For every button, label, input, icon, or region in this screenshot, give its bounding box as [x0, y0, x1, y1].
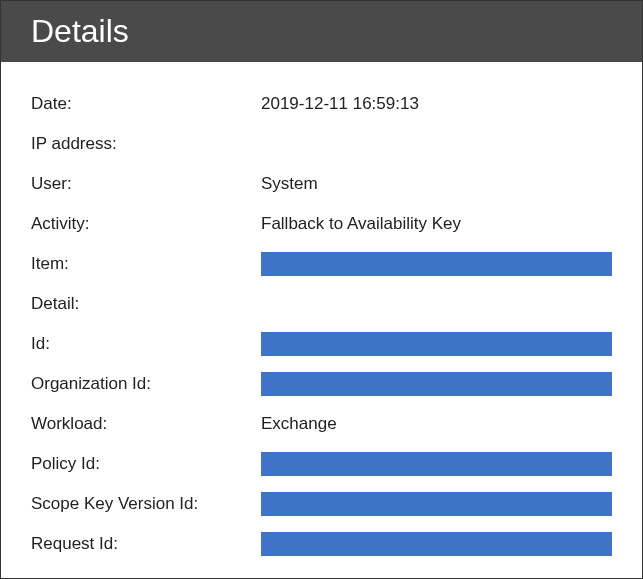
label-user: User: — [31, 174, 261, 194]
value-scope-key-redacted — [261, 492, 612, 516]
dialog-title: Details — [31, 13, 129, 49]
label-policy-id: Policy Id: — [31, 454, 261, 474]
row-item: Item: — [31, 252, 612, 276]
value-policy-id-redacted — [261, 452, 612, 476]
value-id-redacted — [261, 332, 612, 356]
label-scope-key: Scope Key Version Id: — [31, 494, 261, 514]
label-org-id: Organization Id: — [31, 374, 261, 394]
label-ip: IP address: — [31, 134, 261, 154]
label-activity: Activity: — [31, 214, 261, 234]
details-dialog: Details Date: 2019-12-11 16:59:13 IP add… — [0, 0, 643, 579]
row-workload: Workload: Exchange — [31, 412, 612, 436]
row-activity: Activity: Fallback to Availability Key — [31, 212, 612, 236]
label-date: Date: — [31, 94, 261, 114]
row-id: Id: — [31, 332, 612, 356]
label-id: Id: — [31, 334, 261, 354]
dialog-header: Details — [1, 1, 642, 62]
row-request-id: Request Id: — [31, 532, 612, 556]
row-scope-key: Scope Key Version Id: — [31, 492, 612, 516]
value-item-redacted — [261, 252, 612, 276]
label-workload: Workload: — [31, 414, 261, 434]
value-date: 2019-12-11 16:59:13 — [261, 94, 612, 114]
row-user: User: System — [31, 172, 612, 196]
label-request-id: Request Id: — [31, 534, 261, 554]
row-date: Date: 2019-12-11 16:59:13 — [31, 92, 612, 116]
label-item: Item: — [31, 254, 261, 274]
row-ip: IP address: — [31, 132, 612, 156]
row-org-id: Organization Id: — [31, 372, 612, 396]
value-request-id-redacted — [261, 532, 612, 556]
label-detail: Detail: — [31, 294, 261, 314]
value-org-id-redacted — [261, 372, 612, 396]
details-body: Date: 2019-12-11 16:59:13 IP address: Us… — [1, 62, 642, 579]
value-activity: Fallback to Availability Key — [261, 214, 612, 234]
row-policy-id: Policy Id: — [31, 452, 612, 476]
value-user: System — [261, 174, 612, 194]
value-workload: Exchange — [261, 414, 612, 434]
row-detail: Detail: — [31, 292, 612, 316]
